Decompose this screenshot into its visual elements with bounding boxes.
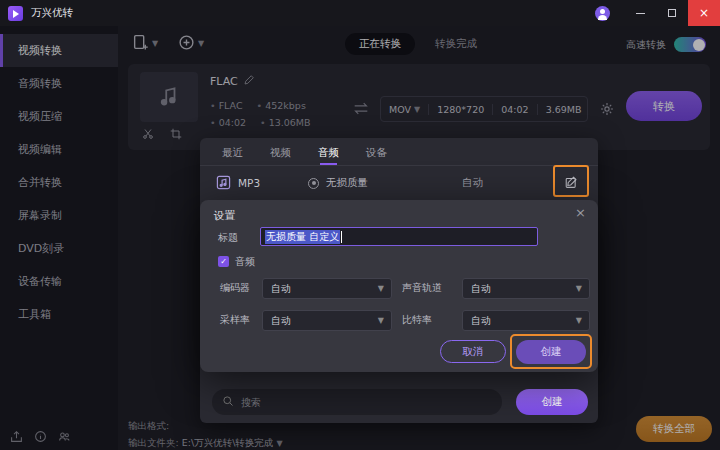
panel-create-button[interactable]: 创建 [516,389,588,415]
format-tab-audio[interactable]: 音频 [318,146,339,165]
quality-value: 自动 [462,176,483,190]
format-tab-video[interactable]: 视频 [270,146,291,165]
name-label: 标题 [218,231,238,245]
encoder-label: 编码器 [220,281,250,295]
format-tab-device[interactable]: 设备 [366,146,387,165]
sample-rate-label: 采样率 [220,313,250,327]
app-title: 万兴优转 [31,6,73,20]
bitrate-label: 比特率 [402,313,432,327]
search-icon [212,395,234,409]
titlebar: 万兴优转 × [0,0,720,26]
quality-name[interactable]: 无损质量 [326,176,368,190]
sample-rate-select[interactable]: 自动▼ [262,310,392,331]
encoder-select[interactable]: 自动▼ [262,278,392,299]
maximize-button[interactable] [656,0,688,26]
chevron-down-icon: ▼ [576,316,582,325]
search-input[interactable] [241,397,461,408]
app-window: 万兴优转 × 视频转换 音频转换 视频压缩 视频编辑 合并转换 屏幕录制 DVD… [0,0,720,450]
highlight-create-button [510,334,592,369]
preset-name-input[interactable]: 无损质量 自定义 [260,227,538,246]
audio-checkbox[interactable]: ✓ [218,256,229,267]
minimize-button[interactable] [624,0,656,26]
format-list-item[interactable]: MP3 无损质量 自动 [200,168,598,198]
settings-dialog: 设置 × 标题 无损质量 自定义 ✓ 音频 编码器 自动▼ 声音轨道 自动▼ 采… [200,200,598,372]
dialog-close-icon[interactable]: × [575,205,586,220]
highlight-edit-icon [553,165,589,197]
audio-checkbox-label: 音频 [235,255,255,269]
bitrate-select[interactable]: 自动▼ [462,310,590,331]
app-logo-icon [8,6,23,21]
maximize-icon [668,9,676,17]
user-avatar[interactable] [595,6,610,21]
mp3-format-icon [216,175,231,192]
search-box[interactable] [212,389,502,415]
track-label: 声音轨道 [402,281,442,295]
selected-text: 无损质量 自定义 [265,230,340,244]
cancel-button[interactable]: 取消 [440,340,506,363]
track-select[interactable]: 自动▼ [462,278,590,299]
text-cursor [341,231,342,243]
dialog-title: 设置 [214,209,235,223]
quality-icon [308,178,319,189]
minimize-icon [636,13,645,14]
close-icon: × [699,6,709,20]
chevron-down-icon: ▼ [378,316,384,325]
chevron-down-icon: ▼ [576,284,582,293]
close-button[interactable]: × [688,0,720,26]
chevron-down-icon: ▼ [378,284,384,293]
format-name: MP3 [238,177,260,189]
format-tab-recent[interactable]: 最近 [222,146,243,165]
